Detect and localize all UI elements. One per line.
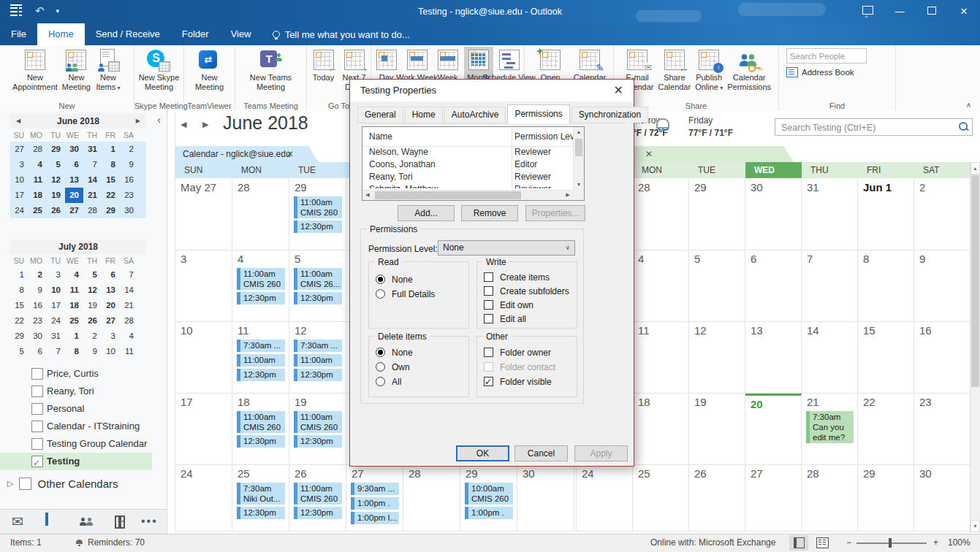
day-cell[interactable]: 3 [175,250,232,322]
day-cell[interactable]: 117:30am ...11:00am12:30pm [232,322,289,394]
mini-day[interactable]: 13 [65,172,83,188]
ribbon-button-work-week[interactable]: Work Week [403,47,432,83]
ribbon-button-calendar-permissions[interactable]: CalendarPermissions [726,47,772,92]
mini-day[interactable]: 17 [47,298,65,313]
calendar-event[interactable]: 11:00am [294,354,342,367]
radio-icon[interactable] [376,377,385,386]
calendar-event[interactable]: 12:30pm [294,435,342,448]
mini-day[interactable]: 20 [65,188,83,203]
day-cell[interactable]: 2611:00amCMIS 26012:30pm [289,465,346,532]
mini-day[interactable]: 9 [120,157,138,172]
remove-button[interactable]: Remove [461,205,518,221]
mini-day[interactable]: 12 [47,172,65,188]
calendar-event[interactable]: 12:30pm [294,507,342,519]
day-cell[interactable]: 20 [745,394,802,465]
dialog-close-icon[interactable]: ✕ [614,80,623,101]
calendar-event[interactable]: 11:00amCMIS 260 [237,268,285,290]
day-cell[interactable]: Jun 1 [858,179,914,250]
ribbon-display-options-icon[interactable] [851,0,884,23]
calendar-scrollbar[interactable]: ▲ ▼ [970,162,980,532]
calendar-nav-icon[interactable] [45,514,63,530]
maximize-icon[interactable] [916,0,948,23]
calendar-event[interactable]: 11:00amCMIS 260 [294,196,342,218]
mini-day[interactable]: 27 [10,142,29,157]
calendar-tab[interactable]: Calendar - nglick@siue.edu✕ [175,146,319,162]
mini-day[interactable]: 7 [120,267,138,283]
day-cell[interactable]: 30 [517,465,574,532]
mini-day[interactable]: 1 [102,142,120,157]
ribbon-button-new-items[interactable]: NewItems ▾ [94,47,123,93]
mini-day[interactable]: 11 [29,172,47,188]
mini-day[interactable]: 27 [102,313,120,329]
menu-tab-file[interactable]: File [0,23,37,45]
list-vertical-scrollbar[interactable]: ▲ ▼ [573,127,584,190]
dialog-tab-permissions[interactable]: Permissions [507,104,569,123]
day-cell[interactable]: 17 [175,394,232,465]
permission-list-row[interactable]: Nelson, WayneReviewer [362,146,573,158]
add-button[interactable]: Add... [398,205,455,221]
mini-day[interactable]: 5 [47,157,65,172]
day-cell[interactable]: 257:30amNiki Out...12:30pm [232,465,289,532]
day-cell[interactable]: 13 [745,322,802,394]
mini-day[interactable]: 16 [120,172,138,188]
scroll-left-icon[interactable]: ◀ [362,191,373,200]
mini-day[interactable]: 28 [83,203,102,218]
calendar-event[interactable]: 12:30pm [237,292,285,304]
mini-day[interactable]: 8 [102,157,120,172]
scroll-up-icon[interactable]: ▲ [574,127,583,137]
mini-day[interactable]: 10 [47,283,65,298]
mini-day[interactable]: 4 [29,157,47,172]
calendar-checkbox[interactable] [31,438,43,450]
checkbox-option-folder-visible[interactable]: Folder visible [484,376,574,388]
dialog-tab-autoarchive[interactable]: AutoArchive [444,107,506,123]
calendar-event[interactable]: 7:30amNiki Out... [237,483,285,505]
radio-option-all[interactable]: All [376,376,466,388]
more-nav-icon[interactable]: ••• [141,514,159,530]
checkbox-icon[interactable] [484,286,493,296]
expander-triangle-icon[interactable]: ▷ [7,479,13,488]
day-cell[interactable]: 30 [914,465,970,532]
scrollbar-thumb[interactable] [971,175,979,387]
checkbox-icon[interactable] [484,300,493,310]
permission-level-select[interactable]: None ∨ [438,240,575,256]
normal-view-icon[interactable] [789,535,808,551]
checkbox-icon[interactable] [484,377,493,386]
mini-day[interactable]: 12 [83,283,102,298]
calendar-event[interactable]: 12:30pm [237,507,285,519]
day-cell[interactable]: 14 [802,322,858,394]
checkbox-option-edit-all[interactable]: Edit all [484,313,574,326]
reminders-count[interactable]: Reminders: 70 [88,537,145,548]
mini-day[interactable]: 29 [47,142,65,157]
permission-list-row[interactable]: Coons, JonathanEditor [362,158,573,171]
calendar-event[interactable]: 1:00pm . [465,507,513,519]
other-calendars-row[interactable]: ▷ Other Calendars [7,478,118,490]
day-cell[interactable]: 279:30am ...1:00pm .1:00pm I... [346,465,403,532]
mini-day[interactable]: 28 [29,142,47,157]
mini-day[interactable]: 17 [10,188,29,203]
calendar-event[interactable]: 1:00pm I... [351,512,399,524]
radio-option-none[interactable]: None [376,347,466,359]
sidebar-calendar-testing[interactable]: Testing [0,453,152,470]
mini-day[interactable]: 22 [10,313,29,329]
ribbon-button-share-calendar[interactable]: ↔ShareCalendar [657,47,693,92]
day-cell[interactable]: 25 [633,465,689,532]
dialog-tab-general[interactable]: General [357,107,403,123]
mini-day[interactable]: 28 [120,313,138,329]
calendar-event[interactable]: 1:00pm . [351,497,399,510]
mini-day[interactable]: 24 [10,203,29,218]
collapse-sidebar-icon[interactable]: ‹ [157,114,161,126]
mini-day[interactable]: 2 [120,142,138,157]
calendar-checkbox[interactable] [31,456,43,467]
mail-nav-icon[interactable]: ✉ [12,514,29,530]
day-cell[interactable]: 22 [858,394,914,465]
ribbon-button-new-teams-meeting[interactable]: TNew TeamsMeeting [248,47,293,92]
mini-day[interactable]: 23 [120,188,138,203]
day-cell[interactable]: 7 [802,250,858,322]
day-cell[interactable]: 28 [802,465,858,532]
scrollbar-thumb[interactable] [375,191,521,199]
name-column-header[interactable]: Name [369,127,392,146]
mini-day[interactable]: 15 [10,298,29,313]
mini-day[interactable]: 9 [83,344,102,359]
address-book-button[interactable]: Address Book [786,67,889,77]
mini-day[interactable]: 18 [65,298,83,313]
